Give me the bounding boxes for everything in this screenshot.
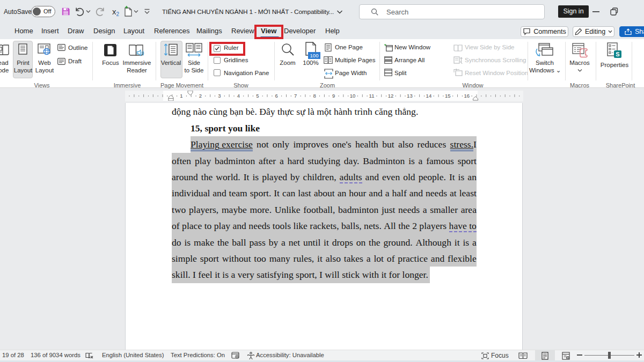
svg-text:7: 7 bbox=[294, 93, 297, 99]
svg-text:4: 4 bbox=[237, 93, 240, 99]
svg-text:16: 16 bbox=[464, 93, 470, 99]
svg-text:11: 11 bbox=[369, 93, 375, 99]
svg-text:14: 14 bbox=[426, 93, 432, 99]
svg-text:8: 8 bbox=[313, 93, 316, 99]
svg-text:9: 9 bbox=[332, 93, 335, 99]
svg-text:15: 15 bbox=[445, 93, 451, 99]
svg-text:2: 2 bbox=[199, 93, 202, 99]
svg-text:12: 12 bbox=[388, 93, 394, 99]
svg-text:13: 13 bbox=[407, 93, 413, 99]
svg-text:1: 1 bbox=[180, 93, 182, 99]
svg-text:6: 6 bbox=[275, 93, 278, 99]
svg-text:10: 10 bbox=[350, 93, 356, 99]
svg-text:3: 3 bbox=[218, 93, 221, 99]
svg-text:5: 5 bbox=[256, 93, 259, 99]
svg-text:S: S bbox=[616, 51, 619, 57]
